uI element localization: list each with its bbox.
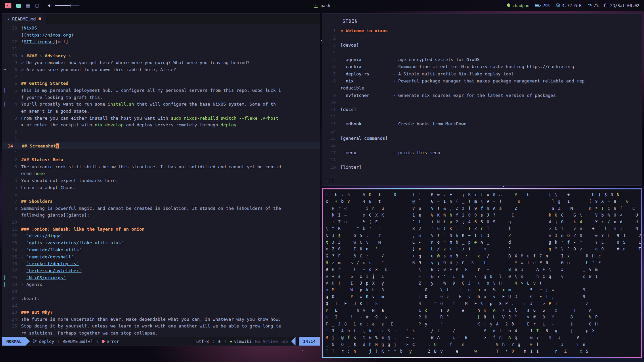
workspace-ghost-icon[interactable]: [26, 4, 30, 8]
line-text: menu - prints this menu: [340, 150, 440, 155]
stdin-terminal-window[interactable]: STDIN 1⚒ Welcome to nixos23[devos]45 age…: [322, 13, 642, 186]
buffer-line[interactable]: > or enter the cockpit with nix develop …: [2, 122, 320, 129]
terminal-icon: >_: [5, 3, 11, 8]
buffer-line[interactable]: 4You'll probably want to run some instal…: [2, 101, 320, 108]
vim-icon: ◆: [230, 339, 232, 344]
module-label: 79%: [543, 3, 550, 8]
module-23-sat-00-02[interactable]: 23/Sat 00:02: [604, 3, 639, 8]
buffer-line[interactable]: 17- `berberman/nvfetcher`: [2, 267, 320, 274]
buffer-line[interactable]: 2### Status: Beta: [2, 156, 320, 163]
line-text: !NixOS: [21, 25, 37, 31]
buffer-line[interactable]: 23### But Why?: [2, 309, 320, 316]
glitch-row: T T r : n + j ( K * " b y Z B v e w ' T …: [326, 348, 638, 355]
buffer-line[interactable]: 6## Getting Started: [2, 80, 320, 87]
buffer-line[interactable]: 13- `gytis-ivaskevicius/flake-utils-plus…: [2, 239, 320, 246]
workspace-icons: >_: [5, 3, 79, 8]
glitch-row: t J 3 w C \ M C - n o " m h _ p # A _ d …: [326, 239, 638, 246]
glitch-row: x Z 0 I 0 n ' ] x L / z ( ' ) i m ^ g " …: [326, 246, 638, 252]
buffer-line[interactable]: ered home: [2, 170, 320, 177]
buffer-line[interactable]: 9> Do you remember how you got here? Whe…: [2, 59, 320, 66]
line-number: 3: [7, 164, 21, 169]
git-sign-icon: [2, 282, 7, 287]
powerline-arrow-icon: [25, 337, 30, 346]
command-line[interactable]: :: [326, 178, 333, 183]
stdin-line: 12: [322, 113, 642, 120]
buffer-line[interactable]: 8Summoning is powerful magic, and cannot…: [2, 205, 320, 212]
buffer-line[interactable]: 21:heart:: [2, 295, 320, 302]
workspace-chat-icon[interactable]: [16, 4, 21, 8]
buffer-line[interactable]: 19- Agenix: [2, 281, 320, 288]
glitch-row: k I = x G X K 1 e % K % h f 2 0 0 s J ? …: [326, 212, 638, 219]
buffer-line[interactable]: 12!MIT License][mit]: [2, 38, 320, 45]
buffer-line[interactable]: 10: [2, 219, 320, 226]
line-number: 14: [7, 143, 22, 148]
buffer-line[interactable]: 20: [2, 288, 320, 295]
error-label: error: [107, 339, 119, 344]
buffer-line[interactable]: ](https://nixos.org): [2, 32, 320, 39]
line-number: 16: [7, 261, 21, 266]
buffer-line[interactable]: 4You should not expect landmarks here.: [2, 177, 320, 184]
buffer-line[interactable]: 11### :onion: &mdash; like the layers of…: [2, 226, 320, 233]
buffer-line[interactable]: 7## Shoulders: [2, 198, 320, 205]
buffer-line[interactable]: rm solutions. Perhaps together we can st…: [2, 329, 320, 337]
buffer-line[interactable]: 18- `NixOS/nixpkgs`: [2, 274, 320, 281]
buffer-line[interactable]: 6: [2, 191, 320, 198]
buffer-line[interactable]: 14- `numtide/flake-utils`: [2, 246, 320, 253]
buffer-line[interactable]: following giants][giants]:: [2, 212, 320, 219]
buffer-line[interactable]: 10> #### ⚠ Advisory ⚠: [2, 52, 320, 59]
buffer-line[interactable]: 5Learn to adopt Chaos.: [2, 184, 320, 191]
stdin-line: 5 agenix - age-encrypted secrets for Nix…: [322, 56, 642, 63]
line-number: 7: [7, 74, 21, 79]
line-number: 3: [7, 116, 21, 121]
line-number: 20: [7, 289, 21, 294]
module-79-[interactable]: 79%: [535, 3, 550, 8]
buffer-line[interactable]: ~8> Are you sure you want to go down thi…: [2, 66, 320, 73]
window-title: > bash: [314, 3, 330, 8]
buffer-line[interactable]: 25Stop doing it by yourself, unless we l…: [2, 323, 320, 330]
stdin-line: 1⚒ Welcome to nixos: [322, 27, 642, 34]
buffer-line[interactable]: ~3From there you can either install the …: [2, 115, 320, 122]
workspace-music-icon[interactable]: [35, 4, 39, 8]
buffer-line[interactable]: 1: [2, 149, 320, 156]
buffer-line[interactable]: 15- `numtide/devshell`: [2, 253, 320, 260]
buffer-line[interactable]: 24The future is more uncertain than ever…: [2, 316, 320, 323]
branch-icon: [33, 339, 37, 344]
line-number: 7: [322, 71, 340, 76]
buffer-line[interactable]: 13!NixOS: [2, 24, 320, 32]
buffer-line[interactable]: f you're looking to graft this.: [2, 94, 320, 101]
volume-control[interactable]: [47, 4, 79, 8]
stdin-line: 3[devos]: [322, 42, 642, 49]
buffer-line[interactable]: 5This is my personal deployment hub. I c…: [2, 87, 320, 94]
line-number: 12: [7, 39, 21, 44]
volume-slider[interactable]: [55, 5, 79, 6]
buffer-line[interactable]: 11: [2, 45, 320, 52]
buffer-line[interactable]: em aren't in a good state.: [2, 108, 320, 115]
workspace-terminal-icon[interactable]: >_: [5, 3, 11, 8]
line-text: - `numtide/devshell`: [21, 254, 74, 259]
glitch-row: ( I ! - # 9 $ ? H R ^ [ 8 L V J ^ > # 8 …: [326, 314, 638, 320]
buffer-line[interactable]: 2: [2, 128, 320, 135]
memory-icon: [556, 3, 560, 8]
buffer-line[interactable]: 12- `divnix/digga`: [2, 233, 320, 240]
diagnostic-error: error: [99, 339, 122, 344]
module-4-72-gib[interactable]: 4.72 GiB: [556, 3, 582, 8]
line-number: 21: [7, 296, 21, 301]
glitch-row: m M W p k h 8 - G \ f f u u u % < m - 5 …: [326, 287, 638, 293]
buffer-line[interactable]: 16- `serokell/deploy-rs`: [2, 260, 320, 267]
module-chadpad[interactable]: chadpad: [507, 3, 530, 8]
stdin-line: 18: [322, 156, 642, 163]
git-sign-icon: ~: [2, 67, 7, 72]
buffer-line[interactable]: 3The volcanic rock still shifts below th…: [2, 163, 320, 170]
line-number: 19: [322, 165, 340, 170]
buffer-line[interactable]: 7: [2, 73, 320, 80]
buffer-line[interactable]: 22: [2, 302, 320, 309]
tab-readme[interactable]: ↓ README.md: [2, 14, 46, 24]
glitch-terminal-window[interactable]: ! h : 5 V D l D f ' R w . + j B i f u 0 …: [322, 188, 642, 358]
line-number: 7: [7, 199, 21, 204]
module-7-[interactable]: 7%: [588, 3, 598, 8]
buffer-line[interactable]: 1: [2, 135, 320, 142]
line-text: ered home: [21, 171, 45, 176]
line-text: You should not expect landmarks here.: [21, 178, 118, 183]
buffer-line[interactable]: 14## Screenshots: [2, 142, 320, 149]
line-number: 12: [7, 233, 21, 238]
